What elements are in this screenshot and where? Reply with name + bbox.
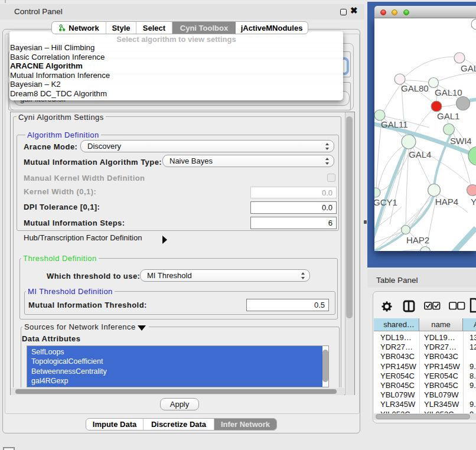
svg-text:GAL11: GAL11 (381, 119, 408, 129)
svg-text:SWI4: SWI4 (450, 136, 472, 146)
svg-text:GAL80: GAL80 (401, 83, 429, 93)
svg-text:GAL10: GAL10 (435, 87, 462, 97)
svg-text:GAL4: GAL4 (409, 149, 431, 159)
svg-text:GAL: GAL (461, 63, 476, 73)
svg-text:GAL1: GAL1 (437, 111, 459, 121)
svg-text:Y: Y (471, 197, 476, 207)
svg-text:GCY1: GCY1 (374, 197, 397, 207)
svg-text:HAP2: HAP2 (406, 235, 429, 245)
svg-text:HAP4: HAP4 (435, 197, 458, 207)
